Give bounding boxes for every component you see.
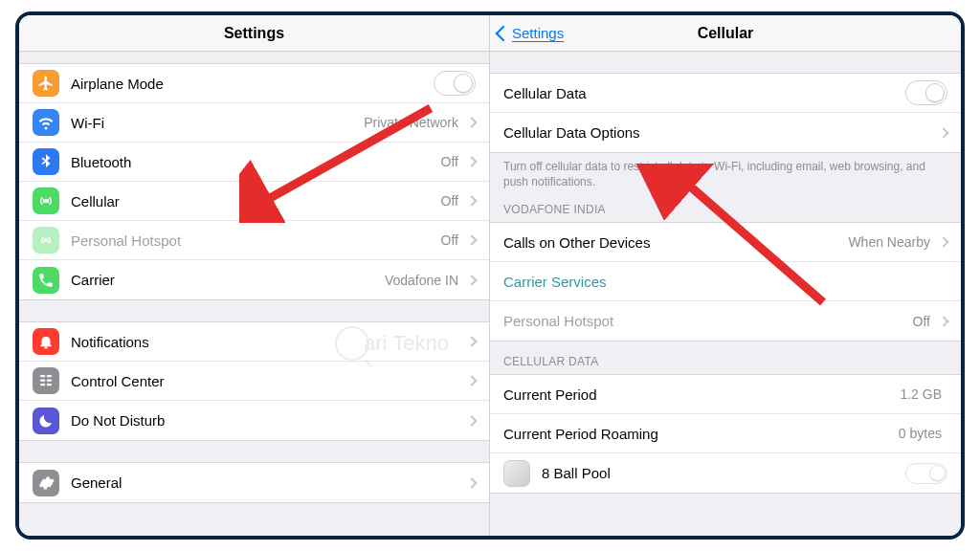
row-label: 8 Ball Pool [542,465,905,481]
list-item[interactable]: Control Center [19,362,489,401]
list-item[interactable]: General [19,463,489,502]
row-detail: Off [441,154,458,169]
airplane-icon [33,70,59,97]
list-item[interactable]: Cellular Data [490,74,961,113]
chevron-right-icon [938,237,948,248]
svg-rect-2 [40,375,45,377]
navbar-right: Settings Cellular [490,15,961,52]
app-icon [503,460,530,487]
row-label: Wi-Fi [71,115,364,131]
chevron-right-icon [466,375,477,386]
chevron-right-icon [466,156,477,166]
list-item[interactable]: CellularOff [19,182,489,221]
svg-point-0 [45,200,47,202]
chevron-right-icon [466,415,477,426]
screenshot-frame: Settings Airplane ModeWi-FiPrivate Netwo… [15,11,965,540]
list-item[interactable]: 8 Ball Pool [490,453,961,493]
right-group-carrier: Calls on Other DevicesWhen NearbyCarrier… [490,222,961,342]
row-detail: Private Network [364,115,458,130]
phone-icon [33,267,59,294]
row-label: General [71,474,464,491]
row-detail: When Nearby [848,234,930,250]
row-label: Cellular Data [503,85,905,101]
list-item[interactable]: Current Period1.2 GB [490,375,961,414]
control-icon [33,367,59,394]
row-label: Airplane Mode [71,76,434,92]
row-detail: 0 bytes [899,426,942,441]
wifi-icon [33,109,59,136]
row-detail: Off [441,232,458,248]
row-detail: Off [441,193,458,209]
chevron-right-icon [466,477,477,488]
svg-rect-3 [47,375,52,377]
row-label: Current Period Roaming [503,426,899,442]
toggle-switch[interactable] [905,463,947,484]
list-item[interactable]: Wi-FiPrivate Network [19,103,489,143]
list-item[interactable]: Calls on Other DevicesWhen Nearby [490,223,961,262]
svg-rect-7 [47,384,52,386]
chevron-right-icon [466,117,477,127]
left-group-notif: NotificationsControl CenterDo Not Distur… [19,321,489,441]
cellular-footer-text: Turn off cellular data to restrict all d… [490,153,961,189]
left-group-general: General [19,462,489,503]
list-item[interactable]: Carrier Services [490,262,961,301]
svg-rect-4 [40,380,45,382]
row-detail: Off [913,314,930,329]
section-header-carrier: VODAFONE INDIA [490,189,961,222]
row-label: Cellular Data Options [503,124,936,141]
chevron-right-icon [938,316,948,326]
row-label: Calls on Other Devices [503,234,848,251]
toggle-switch[interactable] [434,71,476,96]
row-label: Bluetooth [71,154,441,170]
back-button[interactable]: Settings [498,25,564,42]
list-item[interactable]: Do Not Disturb [19,401,489,440]
row-label: Do Not Disturb [71,412,464,429]
settings-root-pane: Settings Airplane ModeWi-FiPrivate Netwo… [19,15,490,536]
row-label: Carrier [71,272,385,288]
row-label: Cellular [71,193,441,209]
chevron-right-icon [466,234,477,245]
list-item[interactable]: BluetoothOff [19,143,489,182]
list-item[interactable]: Personal HotspotOff [490,301,961,341]
list-item[interactable]: Notifications [19,322,489,362]
gear-icon [33,470,59,496]
bell-icon [33,328,59,355]
row-label: Notifications [71,334,464,350]
chevron-right-icon [466,275,477,285]
chevron-right-icon [466,336,477,346]
page-title: Cellular [698,25,754,42]
left-group-network: Airplane ModeWi-FiPrivate NetworkBluetoo… [19,63,489,300]
row-detail: 1.2 GB [900,386,942,402]
navbar-left: Settings [19,15,489,52]
row-label: Personal Hotspot [503,313,913,329]
list-item[interactable]: Airplane Mode [19,64,489,103]
row-detail: Vodafone IN [385,273,458,288]
moon-icon [33,408,59,434]
row-label: Carrier Services [503,274,947,290]
toggle-switch[interactable] [905,80,947,105]
svg-rect-6 [40,384,45,386]
svg-point-1 [45,239,48,242]
row-label: Control Center [71,373,464,389]
cellular-icon [33,187,59,214]
bluetooth-icon [33,148,59,175]
hotspot-icon [33,227,59,253]
chevron-left-icon [496,25,512,41]
right-group-cellulardata: Current Period1.2 GBCurrent Period Roami… [490,374,961,494]
chevron-right-icon [466,195,477,206]
back-label: Settings [512,25,564,42]
row-label: Personal Hotspot [71,232,441,249]
list-item[interactable]: CarrierVodafone IN [19,260,489,299]
list-item[interactable]: Cellular Data Options [490,113,961,152]
page-title: Settings [224,25,284,42]
right-group-datatoggle: Cellular DataCellular Data Options [490,73,961,153]
list-item[interactable]: Personal HotspotOff [19,221,489,260]
svg-rect-5 [47,380,52,382]
section-header-cellulardata: CELLULAR DATA [490,342,961,374]
row-label: Current Period [503,386,900,403]
list-item[interactable]: Current Period Roaming0 bytes [490,414,961,453]
chevron-right-icon [938,127,948,138]
cellular-pane: Settings Cellular Cellular DataCellular … [490,15,961,536]
